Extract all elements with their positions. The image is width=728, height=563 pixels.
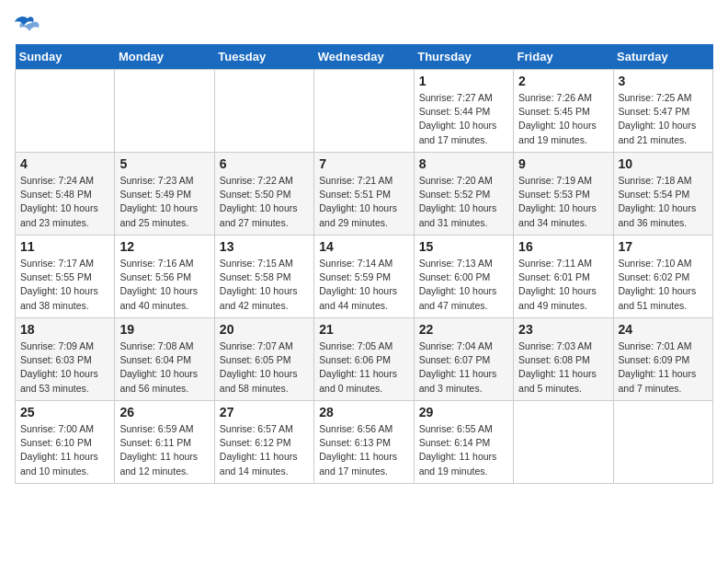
day-info: Sunrise: 7:17 AM Sunset: 5:55 PM Dayligh… [20, 257, 109, 313]
day-number: 19 [119, 322, 209, 337]
day-number: 27 [220, 405, 309, 419]
calendar-cell: 22Sunrise: 7:04 AM Sunset: 6:07 PM Dayli… [414, 318, 513, 401]
day-info: Sunrise: 7:15 AM Sunset: 5:58 PM Dayligh… [220, 257, 309, 313]
day-info: Sunrise: 7:23 AM Sunset: 5:49 PM Dayligh… [119, 174, 209, 230]
day-number: 4 [20, 156, 109, 171]
day-info: Sunrise: 7:00 AM Sunset: 6:10 PM Dayligh… [20, 422, 109, 478]
calendar-cell [613, 401, 712, 484]
weekday-header: Wednesday [314, 44, 414, 70]
day-info: Sunrise: 7:13 AM Sunset: 6:00 PM Dayligh… [419, 257, 508, 313]
calendar-cell [214, 70, 313, 153]
weekday-row: SundayMondayTuesdayWednesdayThursdayFrid… [16, 44, 713, 70]
day-number: 6 [220, 156, 309, 171]
logo [15, 15, 44, 35]
day-info: Sunrise: 7:20 AM Sunset: 5:52 PM Dayligh… [419, 174, 508, 230]
calendar-cell: 16Sunrise: 7:11 AM Sunset: 6:01 PM Dayli… [514, 236, 613, 318]
day-number: 23 [518, 322, 608, 337]
day-info: Sunrise: 7:22 AM Sunset: 5:50 PM Dayligh… [220, 174, 309, 230]
calendar-cell: 8Sunrise: 7:20 AM Sunset: 5:52 PM Daylig… [414, 153, 513, 236]
day-info: Sunrise: 7:03 AM Sunset: 6:08 PM Dayligh… [518, 339, 608, 396]
calendar-cell: 9Sunrise: 7:19 AM Sunset: 5:53 PM Daylig… [514, 153, 613, 236]
day-number: 25 [20, 405, 109, 419]
day-info: Sunrise: 7:18 AM Sunset: 5:54 PM Dayligh… [619, 174, 708, 230]
calendar-cell: 3Sunrise: 7:25 AM Sunset: 5:47 PM Daylig… [613, 70, 712, 153]
day-info: Sunrise: 7:26 AM Sunset: 5:45 PM Dayligh… [518, 91, 608, 147]
weekday-header: Friday [514, 44, 613, 70]
day-number: 17 [619, 239, 708, 254]
day-info: Sunrise: 7:01 AM Sunset: 6:09 PM Dayligh… [619, 339, 708, 396]
day-info: Sunrise: 6:56 AM Sunset: 6:13 PM Dayligh… [319, 422, 408, 478]
weekday-header: Tuesday [214, 44, 313, 70]
day-number: 11 [20, 239, 109, 254]
day-info: Sunrise: 7:10 AM Sunset: 6:02 PM Dayligh… [619, 257, 708, 313]
weekday-header: Monday [115, 44, 214, 70]
day-info: Sunrise: 7:04 AM Sunset: 6:07 PM Dayligh… [419, 339, 508, 396]
calendar-cell [514, 401, 613, 484]
calendar-week-row: 1Sunrise: 7:27 AM Sunset: 5:44 PM Daylig… [16, 70, 713, 153]
calendar-cell: 2Sunrise: 7:26 AM Sunset: 5:45 PM Daylig… [514, 70, 613, 153]
day-info: Sunrise: 6:59 AM Sunset: 6:11 PM Dayligh… [119, 422, 209, 478]
calendar-cell: 27Sunrise: 6:57 AM Sunset: 6:12 PM Dayli… [214, 401, 313, 484]
day-info: Sunrise: 6:57 AM Sunset: 6:12 PM Dayligh… [220, 422, 309, 478]
calendar-cell: 15Sunrise: 7:13 AM Sunset: 6:00 PM Dayli… [414, 236, 513, 318]
calendar-cell: 29Sunrise: 6:55 AM Sunset: 6:14 PM Dayli… [414, 401, 513, 484]
weekday-header: Saturday [613, 44, 712, 70]
calendar-cell: 24Sunrise: 7:01 AM Sunset: 6:09 PM Dayli… [613, 318, 712, 401]
calendar-cell: 28Sunrise: 6:56 AM Sunset: 6:13 PM Dayli… [314, 401, 414, 484]
day-number: 20 [220, 322, 309, 337]
day-info: Sunrise: 7:05 AM Sunset: 6:06 PM Dayligh… [319, 339, 408, 396]
calendar-week-row: 11Sunrise: 7:17 AM Sunset: 5:55 PM Dayli… [16, 236, 713, 318]
calendar-cell: 26Sunrise: 6:59 AM Sunset: 6:11 PM Dayli… [115, 401, 214, 484]
calendar-table: SundayMondayTuesdayWednesdayThursdayFrid… [15, 44, 713, 484]
day-info: Sunrise: 7:24 AM Sunset: 5:48 PM Dayligh… [20, 174, 109, 230]
day-number: 10 [619, 156, 708, 171]
day-info: Sunrise: 7:11 AM Sunset: 6:01 PM Dayligh… [518, 257, 608, 313]
header [15, 15, 713, 35]
calendar-header: SundayMondayTuesdayWednesdayThursdayFrid… [16, 44, 713, 70]
day-number: 16 [518, 239, 608, 254]
logo-bird-icon [15, 15, 40, 35]
weekday-header: Sunday [16, 44, 115, 70]
calendar-cell: 20Sunrise: 7:07 AM Sunset: 6:05 PM Dayli… [214, 318, 313, 401]
day-number: 18 [20, 322, 109, 337]
calendar-week-row: 4Sunrise: 7:24 AM Sunset: 5:48 PM Daylig… [16, 153, 713, 236]
day-info: Sunrise: 7:27 AM Sunset: 5:44 PM Dayligh… [419, 91, 508, 147]
day-number: 3 [619, 74, 708, 88]
weekday-header: Thursday [414, 44, 513, 70]
calendar-cell: 1Sunrise: 7:27 AM Sunset: 5:44 PM Daylig… [414, 70, 513, 153]
calendar-body: 1Sunrise: 7:27 AM Sunset: 5:44 PM Daylig… [16, 70, 713, 484]
day-number: 5 [119, 156, 209, 171]
day-number: 28 [319, 405, 408, 419]
day-info: Sunrise: 7:09 AM Sunset: 6:03 PM Dayligh… [20, 339, 109, 396]
calendar-cell [314, 70, 414, 153]
day-number: 13 [220, 239, 309, 254]
day-info: Sunrise: 6:55 AM Sunset: 6:14 PM Dayligh… [419, 422, 508, 478]
calendar-cell: 5Sunrise: 7:23 AM Sunset: 5:49 PM Daylig… [115, 153, 214, 236]
day-info: Sunrise: 7:08 AM Sunset: 6:04 PM Dayligh… [119, 339, 209, 396]
calendar-cell: 23Sunrise: 7:03 AM Sunset: 6:08 PM Dayli… [514, 318, 613, 401]
day-number: 1 [419, 74, 508, 88]
calendar-cell: 12Sunrise: 7:16 AM Sunset: 5:56 PM Dayli… [115, 236, 214, 318]
day-info: Sunrise: 7:21 AM Sunset: 5:51 PM Dayligh… [319, 174, 408, 230]
calendar-cell: 18Sunrise: 7:09 AM Sunset: 6:03 PM Dayli… [16, 318, 115, 401]
day-number: 2 [518, 74, 608, 88]
calendar-cell: 19Sunrise: 7:08 AM Sunset: 6:04 PM Dayli… [115, 318, 214, 401]
day-info: Sunrise: 7:25 AM Sunset: 5:47 PM Dayligh… [619, 91, 708, 147]
calendar-week-row: 25Sunrise: 7:00 AM Sunset: 6:10 PM Dayli… [16, 401, 713, 484]
day-number: 21 [319, 322, 408, 337]
calendar-cell: 10Sunrise: 7:18 AM Sunset: 5:54 PM Dayli… [613, 153, 712, 236]
calendar-cell: 11Sunrise: 7:17 AM Sunset: 5:55 PM Dayli… [16, 236, 115, 318]
calendar-cell [16, 70, 115, 153]
day-number: 14 [319, 239, 408, 254]
day-info: Sunrise: 7:16 AM Sunset: 5:56 PM Dayligh… [119, 257, 209, 313]
day-number: 15 [419, 239, 508, 254]
calendar-cell: 6Sunrise: 7:22 AM Sunset: 5:50 PM Daylig… [214, 153, 313, 236]
calendar-cell: 14Sunrise: 7:14 AM Sunset: 5:59 PM Dayli… [314, 236, 414, 318]
day-number: 22 [419, 322, 508, 337]
day-number: 26 [119, 405, 209, 419]
calendar-cell [115, 70, 214, 153]
day-number: 9 [518, 156, 608, 171]
calendar-cell: 21Sunrise: 7:05 AM Sunset: 6:06 PM Dayli… [314, 318, 414, 401]
calendar-cell: 13Sunrise: 7:15 AM Sunset: 5:58 PM Dayli… [214, 236, 313, 318]
day-info: Sunrise: 7:14 AM Sunset: 5:59 PM Dayligh… [319, 257, 408, 313]
